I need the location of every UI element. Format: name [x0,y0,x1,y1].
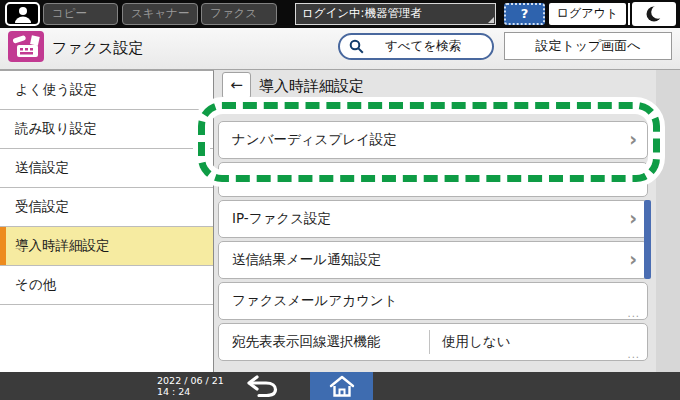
sidebar-item-send[interactable]: 送信設定 [0,149,213,188]
sidebar-item-initial-detail[interactable]: 導入時詳細設定 [0,227,213,266]
chevron-right-icon: › [629,207,637,229]
fax-settings-icon [8,31,44,62]
corner-mark-icon [488,17,494,23]
app-header: ファクス設定 すべてを検索 設定トップ画面へ [0,28,680,70]
tab-scanner[interactable]: スキャナー [122,3,198,25]
search-all-button[interactable]: すべてを検索 [338,33,494,60]
panel-right-strip [656,70,680,372]
bottom-bar: 2022 / 06 / 2114 : 24 [0,372,680,400]
ellipsis-icon: ... [627,349,640,360]
sidebar-item-scan[interactable]: 読み取り設定 [0,110,213,149]
search-icon [349,39,364,54]
sidebar-item-receive[interactable]: 受信設定 [0,188,213,227]
search-label: すべてを検索 [364,38,492,55]
logout-button[interactable]: ログアウト [549,3,626,25]
undo-back-button[interactable] [232,372,292,400]
sidebar-item-others[interactable]: その他 [0,266,213,305]
list-item-label: ナンバーディスプレイ設定 [232,131,397,149]
topbar-divider [628,3,630,25]
home-button[interactable] [310,372,373,400]
system-top-bar: コピー スキャナー ファクス ログイン中:機器管理者 ? ログアウト [0,0,680,28]
login-status-label: ログイン中:機器管理者 [302,6,422,20]
sidebar-item-label: 導入時詳細設定 [15,237,110,255]
settings-sidebar: よく使う設定 読み取り設定 送信設定 受信設定 導入時詳細設定 その他 [0,70,214,372]
settings-top-button[interactable]: 設定トップ画面へ [504,32,672,60]
sidebar-item-frequent[interactable]: よく使う設定 [0,71,213,110]
selected-indicator-bar [0,227,6,265]
login-status[interactable]: ログイン中:機器管理者 [295,3,496,25]
help-button[interactable]: ? [504,3,545,25]
back-button[interactable]: ← [222,72,251,99]
tab-copy[interactable]: コピー [43,3,118,25]
moon-icon [644,4,664,24]
undo-arrow-icon [245,375,279,397]
chevron-right-icon: › [629,248,637,270]
settings-main-panel: ← 導入時詳細設定 ナンバーディスプレイ設定 › IP-ファクス設定 › 送信結… [214,70,680,372]
ellipsis-icon: ... [627,308,640,319]
tab-fax[interactable]: ファクス [201,3,277,25]
time-label: 14 : 24 [157,386,190,397]
section-title: 導入時詳細設定 [259,77,364,96]
list-item-label: IP-ファクス設定 [232,210,331,228]
list-item-ip-fax[interactable]: IP-ファクス設定 › [218,200,648,238]
list-item-partial[interactable] [218,162,648,197]
date-label: 2022 / 06 / 21 [157,375,224,386]
list-item-line-select[interactable]: 宛先表表示回線選択機能 使用しない ... [218,323,648,361]
home-icon [329,375,355,397]
list-item-label: ファクスメールアカウント [232,292,397,310]
list-item-value: 使用しない [442,333,510,351]
item-divider [429,330,430,354]
user-account-button[interactable] [5,2,40,26]
datetime-display: 2022 / 06 / 2114 : 24 [157,375,224,397]
list-item-number-display[interactable]: ナンバーディスプレイ設定 › [218,121,648,159]
list-item-fax-mail-account[interactable]: ファクスメールアカウント ... [218,282,648,320]
page-title: ファクス設定 [52,39,143,58]
list-item-label: 送信結果メール通知設定 [232,251,381,269]
list-item-label: 宛先表表示回線選択機能 [232,333,381,351]
person-icon [13,6,33,23]
scrollbar-thumb[interactable] [644,200,651,279]
chevron-right-icon: › [629,128,637,150]
list-item-send-result-mail[interactable]: 送信結果メール通知設定 › [218,241,648,279]
energy-saver-button[interactable] [632,2,676,26]
